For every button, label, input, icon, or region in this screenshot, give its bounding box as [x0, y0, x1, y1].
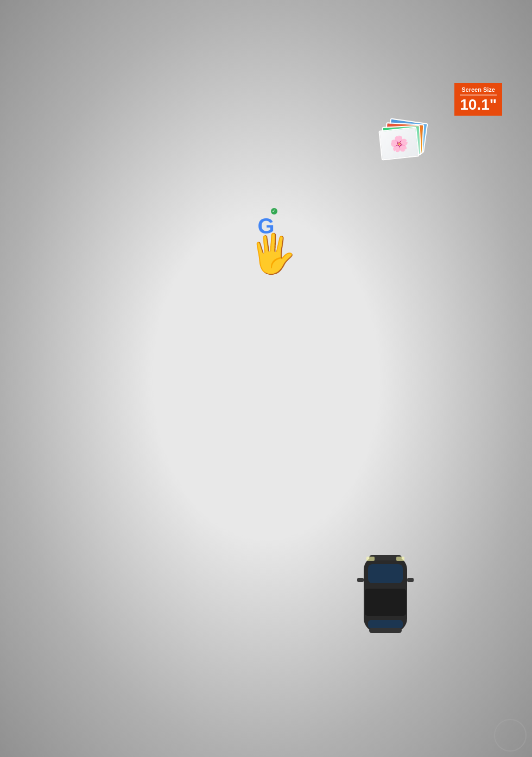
- svg-rect-7: [369, 628, 402, 633]
- feature-img-car: [271, 534, 499, 654]
- badge-divider: [460, 94, 497, 96]
- svg-rect-3: [368, 620, 403, 628]
- photo-card-main: 🌸: [378, 127, 419, 160]
- svg-rect-5: [407, 578, 414, 582]
- hand-pointing-icon: 🖐: [249, 231, 296, 276]
- svg-rect-4: [357, 578, 364, 582]
- svg-rect-9: [396, 557, 404, 561]
- section-ips: IPS Full Screen View No li: [0, 345, 532, 691]
- badge-size: 10.1": [460, 97, 497, 112]
- maps-check-dot: ✓: [271, 208, 277, 215]
- car-topview-svg: [353, 540, 418, 648]
- feature-car: Large Viewing Angle: [271, 534, 499, 669]
- car-visual: [271, 534, 499, 654]
- badge-label: Screen Size: [460, 86, 497, 93]
- feature-grid: No light reflecting under 360° direct su…: [33, 389, 499, 669]
- svg-rect-1: [368, 564, 403, 583]
- flower-icon: 🌸: [389, 134, 409, 153]
- screen-size-badge: Screen Size 10.1": [454, 83, 502, 116]
- svg-rect-2: [365, 589, 406, 616]
- svg-rect-8: [366, 557, 375, 561]
